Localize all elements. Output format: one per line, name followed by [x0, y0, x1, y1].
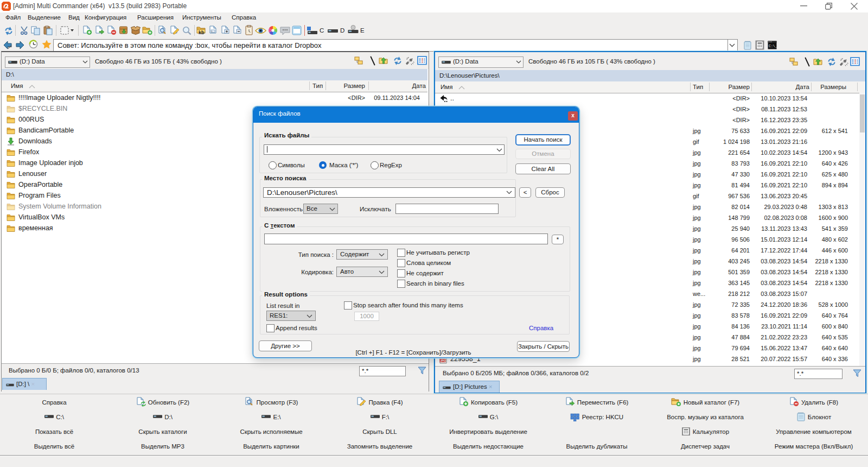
svg-text:C:\_: C:\_: [769, 45, 777, 48]
svg-text:kb: kb: [199, 30, 205, 35]
svg-text:JPG: JPG: [441, 359, 446, 362]
svg-text:i...: i...: [212, 30, 215, 33]
